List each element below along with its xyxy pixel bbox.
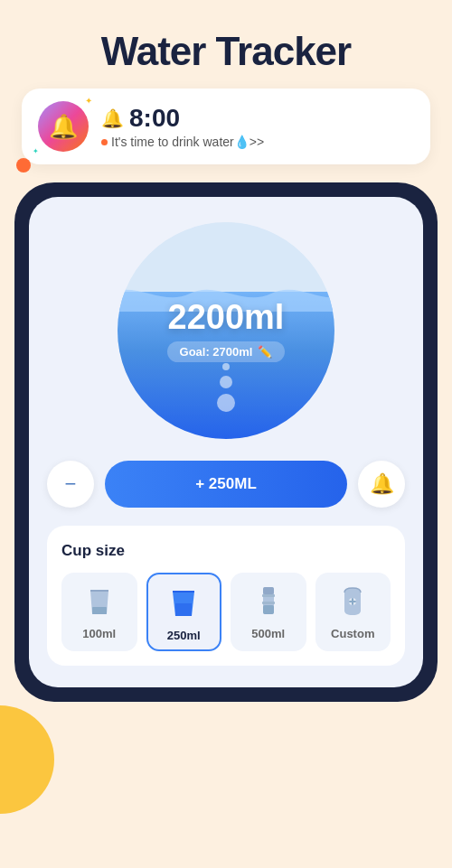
add-water-button[interactable]: + 250ML (105, 461, 347, 508)
cup-size-section: Cup size 100ml (47, 526, 405, 666)
cup-100ml-label: 100ml (82, 627, 116, 640)
avatar-icon: 🔔 (49, 113, 78, 141)
water-bubbles (217, 363, 235, 412)
minus-button[interactable]: − (47, 461, 94, 508)
controls-row: − + 250ML 🔔 (47, 461, 405, 508)
edit-goal-icon[interactable]: ✏️ (258, 345, 272, 359)
water-circle: 2200ml Goal: 2700ml ✏️ (118, 222, 334, 439)
decorative-orange-dot (16, 158, 31, 173)
bell-icon: 🔔 (370, 472, 394, 496)
time-bell-icon: 🔔 (101, 107, 124, 129)
bell-button[interactable]: 🔔 (358, 461, 405, 508)
notification-time: 🔔 8:00 (101, 104, 414, 133)
water-circle-container: 2200ml Goal: 2700ml ✏️ (47, 222, 405, 439)
cup-100ml-icon (80, 582, 119, 621)
phone-screen: 2200ml Goal: 2700ml ✏️ − (29, 197, 423, 687)
cup-custom-label: Custom (331, 627, 374, 640)
notification-message: It's time to drink water💧>> (101, 135, 414, 149)
svg-rect-2 (263, 587, 274, 594)
svg-rect-4 (262, 594, 275, 597)
cup-option-250ml[interactable]: 250ml (146, 573, 222, 651)
bubble-large (217, 394, 235, 412)
water-goal: Goal: 2700ml ✏️ (167, 341, 286, 362)
cup-500ml-label: 500ml (251, 627, 285, 640)
water-amount: 2200ml (167, 299, 286, 337)
water-text: 2200ml Goal: 2700ml ✏️ (167, 299, 286, 363)
cup-option-500ml[interactable]: 500ml (231, 573, 306, 651)
notification-card: 🔔 🔔 8:00 It's time to drink water💧>> (22, 89, 430, 164)
svg-rect-0 (92, 607, 107, 614)
cup-250ml-icon (164, 583, 203, 623)
cup-size-title: Cup size (61, 542, 391, 560)
bubble-medium (220, 376, 232, 388)
cup-250ml-label: 250ml (167, 629, 201, 642)
bubble-small (222, 363, 230, 370)
cup-options-grid: 100ml 250ml (61, 573, 391, 651)
svg-rect-3 (263, 605, 274, 614)
cup-option-custom[interactable]: Custom (315, 573, 391, 651)
cup-option-100ml[interactable]: 100ml (61, 573, 137, 651)
decorative-yellow-shape (0, 705, 54, 814)
notification-text: 🔔 8:00 It's time to drink water💧>> (101, 104, 414, 149)
notif-dot-icon (101, 139, 108, 145)
svg-rect-5 (262, 602, 275, 604)
cup-500ml-icon (249, 582, 288, 621)
phone-frame: 2200ml Goal: 2700ml ✏️ − (14, 182, 438, 702)
app-title: Water Tracker (0, 0, 452, 89)
cup-custom-icon (333, 582, 372, 621)
notification-avatar: 🔔 (38, 101, 89, 152)
